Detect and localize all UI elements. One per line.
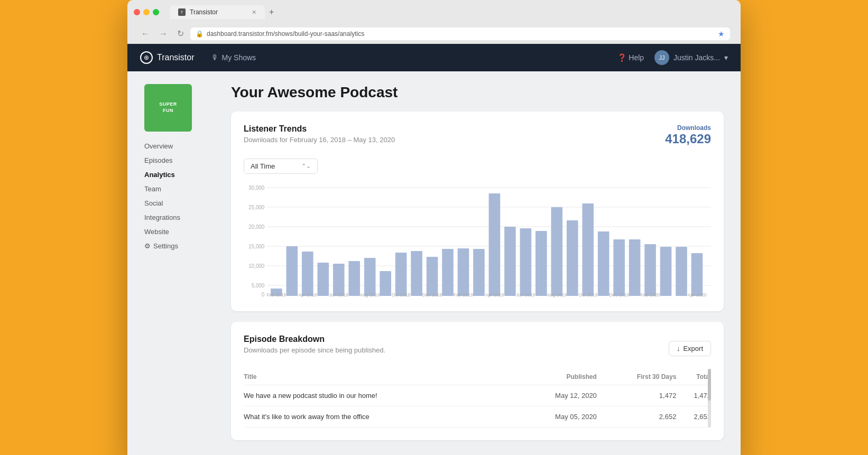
svg-rect-17 — [333, 264, 345, 296]
sidebar: SUPER FUN Overview Episodes Analytics Te… — [144, 84, 218, 451]
download-icon: ↓ — [677, 345, 680, 352]
svg-rect-28 — [504, 227, 516, 296]
svg-rect-33 — [582, 203, 594, 296]
active-tab[interactable]: T Transistor ✕ — [170, 5, 265, 19]
episode-breakdown-header: Episode Breakdown Downloads per episode … — [244, 335, 711, 363]
svg-rect-19 — [364, 258, 376, 296]
briefcase-icon: 🎙 — [211, 53, 219, 62]
page-layout: SUPER FUN Overview Episodes Analytics Te… — [144, 84, 724, 451]
svg-rect-27 — [489, 193, 501, 296]
downloads-summary: Downloads 418,629 — [665, 124, 711, 146]
sidebar-item-settings[interactable]: ⚙ Settings — [144, 242, 218, 250]
close-button[interactable] — [134, 9, 140, 15]
sidebar-item-integrations[interactable]: Integrations — [144, 213, 218, 221]
browser-tabs: T Transistor ✕ + — [170, 5, 278, 19]
back-button[interactable]: ← — [138, 27, 153, 41]
table-row: We have a new podcast studio in our home… — [244, 385, 711, 406]
episode-published-1: May 12, 2020 — [513, 385, 597, 406]
export-label: Export — [683, 345, 703, 352]
sidebar-item-episodes[interactable]: Episodes — [144, 156, 218, 164]
svg-text:Dec 2019: Dec 2019 — [609, 292, 629, 298]
svg-text:Feb 2020: Feb 2020 — [640, 292, 660, 298]
svg-text:Oct 2019: Oct 2019 — [578, 292, 597, 298]
help-link[interactable]: ❓ Help — [617, 53, 644, 62]
svg-rect-31 — [551, 207, 562, 296]
tab-close-button[interactable]: ✕ — [252, 9, 256, 16]
tab-favicon: T — [178, 8, 186, 16]
svg-text:Apr 2018: Apr 2018 — [298, 292, 317, 298]
export-button[interactable]: ↓ Export — [669, 341, 711, 356]
logo-text: Transistor — [157, 53, 195, 62]
traffic-lights — [134, 9, 159, 15]
my-shows-label: My Shows — [222, 53, 256, 62]
scrollbar-track[interactable] — [708, 369, 711, 428]
bookmark-icon[interactable]: ★ — [718, 30, 725, 38]
svg-text:Jun 2018: Jun 2018 — [329, 292, 348, 298]
help-label: Help — [629, 53, 644, 62]
episode-breakdown-header-left: Episode Breakdown Downloads per episode … — [244, 335, 385, 363]
logo-icon: ⊕ — [140, 51, 153, 64]
table-row: What it's like to work away from the off… — [244, 406, 711, 428]
page-title: Your Awesome Podcast — [231, 84, 724, 101]
time-filter-value: All Time — [251, 162, 275, 170]
episode-breakdown-subtitle: Downloads per episode since being publis… — [244, 346, 385, 354]
svg-rect-29 — [520, 228, 532, 296]
minimize-button[interactable] — [143, 9, 150, 15]
bar-chart: 30,000 25,000 20,000 15,000 10,000 5,000… — [244, 182, 711, 299]
time-filter-select[interactable]: All Time ⌃⌄ — [244, 159, 318, 174]
user-menu[interactable]: JJ Justin Jacks... ▾ — [654, 50, 728, 65]
sidebar-item-analytics[interactable]: Analytics — [144, 171, 218, 179]
svg-text:0: 0 — [262, 292, 265, 298]
svg-rect-24 — [442, 249, 454, 296]
episode-table: Title Published First 30 Days Total We h… — [244, 369, 711, 428]
avatar: JJ — [654, 50, 669, 65]
app-navbar: ⊕ Transistor 🎙 My Shows ❓ Help JJ Justin… — [127, 44, 741, 71]
sidebar-item-website[interactable]: Website — [144, 228, 218, 236]
lock-icon: 🔒 — [196, 30, 204, 38]
episode-title-2: What it's like to work away from the off… — [244, 406, 513, 428]
svg-text:Aug 2019: Aug 2019 — [547, 292, 567, 298]
new-tab-button[interactable]: + — [265, 5, 278, 19]
sidebar-item-overview[interactable]: Overview — [144, 142, 218, 150]
maximize-button[interactable] — [153, 9, 159, 15]
episode-title-1: We have a new podcast studio in our home… — [244, 385, 513, 406]
svg-text:Feb 2019: Feb 2019 — [454, 292, 473, 298]
reload-button[interactable]: ↻ — [174, 26, 187, 41]
svg-rect-20 — [380, 271, 391, 296]
svg-rect-22 — [411, 251, 422, 296]
gear-icon: ⚙ — [144, 242, 151, 250]
svg-rect-21 — [395, 253, 407, 296]
chart-header: Listener Trends Downloads for February 1… — [244, 124, 711, 152]
svg-text:20,000: 20,000 — [248, 224, 265, 230]
svg-rect-38 — [660, 247, 672, 296]
nav-right: ❓ Help JJ Justin Jacks... ▾ — [617, 50, 728, 65]
forward-button[interactable]: → — [156, 27, 171, 41]
svg-rect-39 — [676, 247, 687, 296]
svg-rect-36 — [629, 239, 641, 296]
svg-rect-40 — [691, 253, 703, 296]
scrollbar-thumb[interactable] — [708, 369, 711, 401]
browser-window: T Transistor ✕ + ← → ↻ 🔒 dashboard.trans… — [127, 0, 741, 455]
svg-rect-18 — [348, 261, 360, 296]
sidebar-item-social[interactable]: Social — [144, 199, 218, 207]
address-bar[interactable]: 🔒 dashboard.transistor.fm/shows/build-yo… — [190, 27, 730, 40]
svg-text:Apr 2020: Apr 2020 — [688, 292, 707, 298]
episode-first30-1: 1,472 — [597, 385, 677, 406]
episode-total-1: 1,472 — [676, 385, 711, 406]
svg-text:Feb 2018: Feb 2018 — [266, 292, 286, 298]
col-total: Total — [676, 369, 711, 385]
svg-rect-35 — [613, 239, 625, 296]
svg-text:10,000: 10,000 — [248, 263, 265, 269]
col-published: Published — [513, 369, 597, 385]
browser-chrome: T Transistor ✕ + ← → ↻ 🔒 dashboard.trans… — [127, 0, 741, 44]
sidebar-item-team[interactable]: Team — [144, 185, 218, 193]
podcast-cover: SUPER FUN — [144, 84, 192, 132]
svg-text:Aug 2018: Aug 2018 — [360, 292, 380, 298]
svg-rect-26 — [473, 249, 485, 296]
my-shows-link[interactable]: 🎙 My Shows — [211, 53, 256, 62]
svg-text:5,000: 5,000 — [252, 283, 265, 289]
svg-text:15,000: 15,000 — [248, 244, 265, 249]
app-logo[interactable]: ⊕ Transistor — [140, 51, 195, 64]
select-chevron-icon: ⌃⌄ — [301, 163, 311, 170]
chart-header-left: Listener Trends Downloads for February 1… — [244, 124, 395, 152]
